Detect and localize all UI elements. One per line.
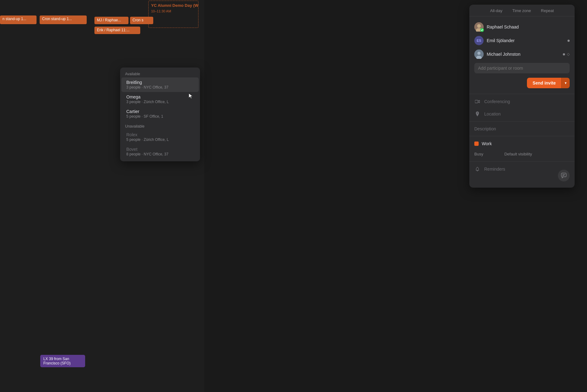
room-detail: 8 people · NYC Office, 37 bbox=[126, 152, 194, 156]
work-calendar-row[interactable]: Work bbox=[469, 137, 575, 150]
panel-tabs: All-day Time zone Repeat bbox=[469, 5, 575, 16]
participant-status: ◇ bbox=[563, 52, 570, 56]
calendar-color-dot bbox=[474, 142, 479, 146]
chat-button[interactable] bbox=[558, 170, 570, 181]
participant-name: Raphael Schaad bbox=[487, 24, 570, 29]
svg-point-7 bbox=[477, 167, 478, 168]
divider bbox=[469, 161, 575, 162]
status-label[interactable]: Busy bbox=[474, 152, 483, 156]
svg-rect-8 bbox=[561, 173, 566, 177]
video-icon bbox=[474, 98, 480, 105]
room-item-cartier[interactable]: Cartier 5 people · SF Office, 1 bbox=[121, 107, 199, 121]
room-name: Omega bbox=[126, 94, 194, 99]
calendar-background bbox=[0, 0, 204, 392]
unavailable-section-label: Unavailable bbox=[120, 122, 200, 130]
calendar-event[interactable]: Cron stand-up 1... bbox=[40, 15, 87, 24]
room-item-omega[interactable]: Omega 3 people · Zürich Office, L bbox=[121, 92, 199, 107]
send-invite-row: Send invite ▾ bbox=[469, 76, 575, 93]
tab-allday[interactable]: All-day bbox=[490, 8, 502, 16]
tab-timezone[interactable]: Time zone bbox=[512, 8, 531, 16]
room-item-breitling[interactable]: Breitling 3 people · NYC Office, 37 bbox=[121, 77, 199, 92]
reminders-label: Reminders bbox=[484, 167, 505, 172]
svg-rect-6 bbox=[475, 100, 478, 103]
tab-repeat[interactable]: Repeat bbox=[541, 8, 554, 16]
status-dot-icon bbox=[567, 40, 570, 42]
add-participant-row bbox=[469, 61, 575, 76]
room-item-bovet[interactable]: Bovet 8 people · NYC Office, 37 bbox=[121, 144, 199, 159]
location-label: Location bbox=[484, 111, 501, 116]
participant-name: Michael Johnston bbox=[487, 52, 560, 57]
description-row[interactable]: Description bbox=[469, 123, 575, 135]
room-name: Rolex bbox=[126, 132, 194, 137]
conferencing-label: Conferencing bbox=[484, 99, 510, 104]
room-name: Cartier bbox=[126, 109, 194, 114]
send-invite-chevron-button[interactable]: ▾ bbox=[561, 78, 570, 88]
status-dot-icon bbox=[563, 53, 565, 55]
event-detail-panel: All-day Time zone Repeat Raphael bbox=[469, 5, 575, 188]
calendar-name-label: Work bbox=[482, 141, 492, 146]
location-row[interactable]: Location bbox=[469, 108, 575, 120]
avatar: ES bbox=[474, 36, 484, 45]
conferencing-row[interactable]: Conferencing bbox=[469, 95, 575, 108]
online-badge bbox=[480, 28, 484, 32]
visibility-label[interactable]: Default visibility bbox=[504, 152, 532, 156]
participant-row: Raphael Schaad bbox=[469, 20, 575, 34]
bell-icon bbox=[474, 166, 480, 172]
calendar-event[interactable]: Erik / Raphael 11:... bbox=[94, 27, 140, 34]
svg-point-1 bbox=[477, 24, 481, 28]
svg-point-4 bbox=[477, 52, 480, 55]
room-name: Bovet bbox=[126, 147, 194, 152]
calendar-event[interactable]: n stand-up 1... bbox=[0, 15, 37, 24]
room-item-rolex[interactable]: Rolex 5 people · Zürich Office, L bbox=[121, 130, 199, 144]
participant-row: ES Emil Sjölander bbox=[469, 34, 575, 47]
participant-row: Michael Johnston ◇ bbox=[469, 47, 575, 61]
available-section-label: Available bbox=[120, 70, 200, 77]
location-icon bbox=[474, 111, 480, 117]
room-detail: 5 people · Zürich Office, L bbox=[126, 137, 194, 142]
participant-name: Emil Sjölander bbox=[487, 38, 564, 43]
divider bbox=[469, 136, 575, 136]
status-visibility-row: Busy Default visibility bbox=[469, 150, 575, 160]
room-name: Breitling bbox=[126, 80, 194, 85]
room-detail: 5 people · SF Office, 1 bbox=[126, 114, 194, 119]
calendar-event-outline[interactable]: YC Alumni Demo Day (W22) 10–11:30 AM bbox=[148, 1, 198, 28]
room-detail: 3 people · Zürich Office, L bbox=[126, 100, 194, 104]
participants-section: Raphael Schaad ES Emil Sjölander Michael… bbox=[469, 16, 575, 93]
description-label: Description bbox=[474, 126, 496, 131]
diamond-icon: ◇ bbox=[567, 52, 570, 56]
room-detail: 3 people · NYC Office, 37 bbox=[126, 85, 194, 89]
room-dropdown: Available Breitling 3 people · NYC Offic… bbox=[120, 68, 200, 161]
bottom-calendar-event[interactable]: LX 39 from San Francisco (SFO) bbox=[40, 355, 85, 367]
add-participant-input[interactable] bbox=[474, 63, 570, 73]
participant-status bbox=[567, 40, 570, 42]
calendar-event[interactable]: MJ / Raphae... bbox=[94, 17, 128, 24]
avatar-initials: ES bbox=[477, 39, 481, 42]
avatar-container bbox=[474, 22, 484, 32]
divider bbox=[469, 121, 575, 122]
divider bbox=[469, 94, 575, 94]
avatar bbox=[474, 50, 484, 59]
send-invite-button[interactable]: Send invite bbox=[527, 78, 561, 88]
